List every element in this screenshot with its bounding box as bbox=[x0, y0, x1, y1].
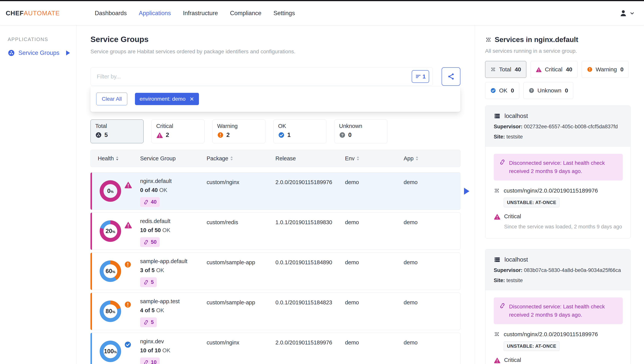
pill-warning[interactable]: Warning0 bbox=[582, 61, 629, 78]
table-header: Health Service Group Package Release Env… bbox=[90, 150, 460, 167]
filter-count-button[interactable]: 1 bbox=[412, 70, 429, 83]
header-package[interactable]: Package bbox=[206, 155, 276, 162]
pill-unknown[interactable]: ? Unknown0 bbox=[524, 82, 573, 99]
filter-input[interactable] bbox=[97, 74, 412, 80]
health-donut: 80% bbox=[100, 300, 121, 322]
service-card: localhost Supervisor: 002732ee-6557-405c… bbox=[485, 106, 630, 238]
server-icon bbox=[494, 256, 501, 263]
pill-ok[interactable]: OK0 bbox=[485, 82, 519, 99]
critical-icon bbox=[494, 213, 501, 220]
health-cell: 60% bbox=[92, 253, 140, 282]
service-group-list: 0% nginx.default 0 of 40 OK 40 bbox=[90, 172, 460, 364]
update-strategy-badge: UNSTABLE: AT-ONCE bbox=[504, 198, 560, 207]
ok-icon bbox=[278, 132, 284, 138]
header-env[interactable]: Env bbox=[345, 155, 404, 162]
status-card-critical[interactable]: Critical 2 bbox=[152, 120, 204, 143]
pill-critical[interactable]: Critical40 bbox=[530, 61, 578, 78]
nav-compliance[interactable]: Compliance bbox=[230, 10, 262, 17]
share-button[interactable] bbox=[442, 67, 460, 86]
sort-icon[interactable] bbox=[116, 156, 119, 161]
ok-ratio: 10 of 50 OK bbox=[140, 227, 206, 233]
header-app[interactable]: App bbox=[404, 155, 460, 162]
status-card-ok[interactable]: OK 1 bbox=[273, 120, 326, 143]
ok-ratio: 0 of 40 OK bbox=[140, 187, 206, 193]
broken-link-icon bbox=[143, 279, 149, 285]
status-card-unknown[interactable]: Unknown ? 0 bbox=[334, 120, 387, 143]
sidebar-item-service-groups[interactable]: Service Groups bbox=[8, 49, 70, 57]
pill-total[interactable]: Total40 bbox=[485, 61, 526, 78]
sort-icon[interactable] bbox=[230, 156, 233, 161]
brand-chef: CHEF bbox=[6, 10, 24, 17]
nav-dashboards[interactable]: Dashboards bbox=[95, 10, 127, 17]
service-card-header: localhost Supervisor: 002732ee-6557-405c… bbox=[485, 106, 630, 147]
sort-icon[interactable] bbox=[356, 156, 360, 161]
app-cell: demo bbox=[404, 293, 460, 306]
clear-all-button[interactable]: Clear All bbox=[96, 93, 127, 105]
disconnected-badge: 5 bbox=[140, 317, 157, 327]
service-group-name: nginx.dev bbox=[140, 333, 206, 345]
table-row-nginx-default[interactable]: 0% nginx.default 0 of 40 OK 40 bbox=[90, 172, 460, 210]
warning-icon bbox=[124, 301, 132, 322]
critical-icon bbox=[124, 181, 132, 202]
services-icon bbox=[494, 331, 500, 337]
release-cell: 1.0.1/20190115189830 bbox=[276, 213, 345, 226]
nav-settings[interactable]: Settings bbox=[274, 10, 295, 17]
filter-chip-label: environment: demo bbox=[140, 96, 186, 102]
active-filters-panel: Clear All environment: demo bbox=[90, 87, 460, 112]
status-filter-cards: Total 5 Critical 2 Warning 2 OK bbox=[90, 120, 460, 143]
table-row-redis-default[interactable]: 20% redis.default 10 of 50 OK 50 bbox=[90, 212, 460, 250]
broken-link-icon bbox=[499, 302, 506, 319]
services-icon bbox=[494, 188, 500, 194]
app-cell: demo bbox=[404, 333, 460, 346]
service-card: localhost Supervisor: 083b07ca-5830-4a8d… bbox=[485, 249, 630, 364]
services-side-panel: Services in nginx.default All services r… bbox=[475, 25, 644, 364]
user-menu[interactable] bbox=[619, 9, 635, 18]
table-row-sample-app-test[interactable]: 80% sample-app.test 4 of 5 OK 5 bbox=[90, 293, 460, 330]
header-release: Release bbox=[276, 155, 345, 162]
package-cell: custom/nginx bbox=[206, 333, 276, 346]
health-donut: 20% bbox=[100, 220, 121, 242]
health-donut: 0% bbox=[100, 180, 121, 202]
server-icon bbox=[494, 113, 501, 120]
header-health[interactable]: Health bbox=[91, 155, 140, 162]
health-donut: 60% bbox=[100, 260, 121, 282]
health-cell: 100% bbox=[92, 333, 140, 362]
env-cell: demo bbox=[345, 173, 404, 185]
status-card-warning[interactable]: Warning 2 bbox=[212, 120, 266, 143]
panel-title: Services in nginx.default bbox=[485, 36, 630, 44]
status-card-total[interactable]: Total 5 bbox=[90, 120, 144, 143]
disconnected-badge: 50 bbox=[140, 237, 160, 247]
service-status-pills: Total40 Critical40 Warning0 OK0 bbox=[485, 61, 630, 99]
main-content: Service Groups Service groups are Habita… bbox=[77, 25, 475, 364]
service-group-cell: sample-app.test 4 of 5 OK 5 bbox=[140, 293, 206, 327]
package-cell: custom/sample-app bbox=[206, 253, 276, 266]
critical-icon bbox=[124, 221, 132, 242]
health-donut: 100% bbox=[100, 340, 121, 362]
service-groups-icon bbox=[8, 49, 15, 57]
release-cell: 0.0.1/20190115184890 bbox=[276, 253, 345, 266]
health-status: Critical bbox=[494, 357, 623, 363]
site-line: Site: testsite bbox=[494, 277, 622, 283]
critical-icon bbox=[156, 132, 163, 138]
table-row-nginx-dev[interactable]: 100% nginx.dev 10 of 10 OK 10 bbox=[90, 333, 460, 364]
chef-automate-logo[interactable]: CHEFAUTOMATE bbox=[6, 10, 60, 17]
ok-ratio: 4 of 5 OK bbox=[140, 307, 206, 313]
env-cell: demo bbox=[345, 333, 404, 346]
service-cards: localhost Supervisor: 002732ee-6557-405c… bbox=[485, 106, 630, 364]
critical-icon bbox=[494, 357, 501, 363]
env-cell: demo bbox=[345, 293, 404, 306]
filter-chip-environment-demo[interactable]: environment: demo bbox=[135, 93, 199, 105]
supervisor-line: Supervisor: 083b07ca-5830-4a8d-be0a-9034… bbox=[494, 267, 622, 273]
nav-infrastructure[interactable]: Infrastructure bbox=[183, 10, 218, 17]
app-cell: demo bbox=[404, 173, 460, 185]
sidebar-item-label: Service Groups bbox=[18, 50, 60, 56]
broken-link-icon bbox=[143, 199, 149, 205]
sidebar-section-label: APPLICATIONS bbox=[8, 37, 70, 42]
app-cell: demo bbox=[404, 213, 460, 226]
package-identifier: custom/nginx/2.0.0/20190115189976 bbox=[494, 187, 623, 194]
table-row-sample-app-default[interactable]: 60% sample-app.default 3 of 5 OK 5 bbox=[90, 253, 460, 290]
sort-icon[interactable] bbox=[416, 156, 418, 161]
close-icon[interactable] bbox=[189, 97, 194, 102]
sidebar-expand-arrow-icon[interactable] bbox=[66, 51, 70, 56]
nav-applications[interactable]: Applications bbox=[139, 10, 171, 17]
